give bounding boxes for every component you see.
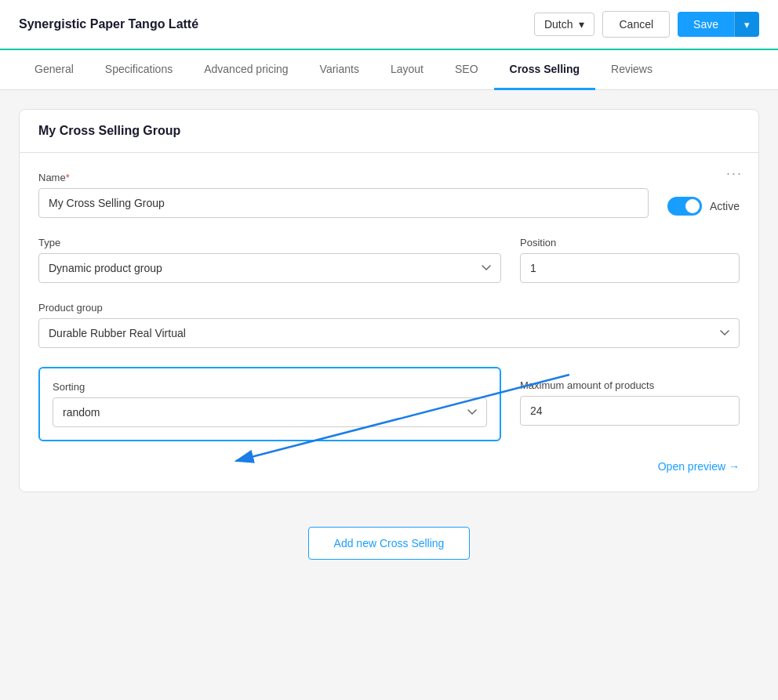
main-content: My Cross Selling Group ··· Name* Active [0,90,778,594]
active-label: Active [710,200,740,212]
tab-seo[interactable]: SEO [439,50,494,90]
page-title: Synergistic Paper Tango Latté [19,17,198,31]
name-label: Name* [38,172,649,183]
save-button[interactable]: Save [678,12,734,37]
save-dropdown-button[interactable]: ▾ [734,12,759,37]
open-preview-anchor[interactable]: Open preview → [658,460,740,473]
type-position-row: Type Dynamic product group Static produc… [38,237,740,283]
save-button-group: Save ▾ [678,12,759,37]
chevron-down-icon: ▾ [579,18,584,31]
product-group-select[interactable]: Durable Rubber Real Virtual [38,318,740,348]
tab-advanced-pricing[interactable]: Advanced pricing [188,50,304,90]
type-label: Type [38,237,501,248]
language-label: Dutch [544,18,573,31]
tab-general[interactable]: General [19,50,89,90]
position-input[interactable] [520,253,740,283]
card-title: My Cross Selling Group [20,110,758,153]
name-row: Name* Active [38,172,740,218]
context-menu-button[interactable]: ··· [726,165,743,182]
card-body: ··· Name* Active Type [20,153,758,491]
language-selector[interactable]: Dutch ▾ [534,13,595,36]
product-group-field-group: Product group Durable Rubber Real Virtua… [38,302,740,348]
type-select[interactable]: Dynamic product group Static product gro… [38,253,501,283]
save-dropdown-icon: ▾ [744,19,750,31]
product-group-label: Product group [38,302,740,314]
tab-bar: General Specifications Advanced pricing … [0,50,778,90]
max-products-label: Maximum amount of products [520,379,740,391]
sorting-max-row: Sorting random name price release date M… [38,367,740,441]
sorting-select[interactable]: random name price release date [53,397,487,427]
sorting-label: Sorting [53,381,487,393]
active-toggle[interactable] [667,197,702,216]
name-input[interactable] [38,188,649,218]
bottom-actions: Add new Cross Selling [19,511,759,575]
tab-variants[interactable]: Variants [304,50,375,90]
sorting-annotation-wrapper: Sorting random name price release date M… [38,367,740,441]
header: Synergistic Paper Tango Latté Dutch ▾ Ca… [0,0,778,50]
tab-layout[interactable]: Layout [375,50,439,90]
max-products-field-group: Maximum amount of products [520,367,740,426]
max-products-input[interactable] [520,396,740,426]
header-actions: Dutch ▾ Cancel Save ▾ [534,11,759,38]
tab-cross-selling[interactable]: Cross Selling [494,50,595,90]
position-field-group: Position [520,237,740,283]
position-label: Position [520,237,740,248]
cross-selling-card: My Cross Selling Group ··· Name* Active [19,109,759,492]
add-cross-selling-button[interactable]: Add new Cross Selling [308,527,471,560]
type-field-group: Type Dynamic product group Static produc… [38,237,501,283]
product-group-row: Product group Durable Rubber Real Virtua… [38,302,740,348]
name-field-group: Name* [38,172,649,218]
active-toggle-group: Active [667,197,740,216]
cancel-button[interactable]: Cancel [602,11,670,38]
tab-specifications[interactable]: Specifications [89,50,188,90]
sorting-field-group: Sorting random name price release date [53,381,487,427]
open-preview-link[interactable]: Open preview → [38,460,740,473]
sorting-highlighted-section: Sorting random name price release date [38,367,501,441]
tab-reviews[interactable]: Reviews [595,50,668,90]
